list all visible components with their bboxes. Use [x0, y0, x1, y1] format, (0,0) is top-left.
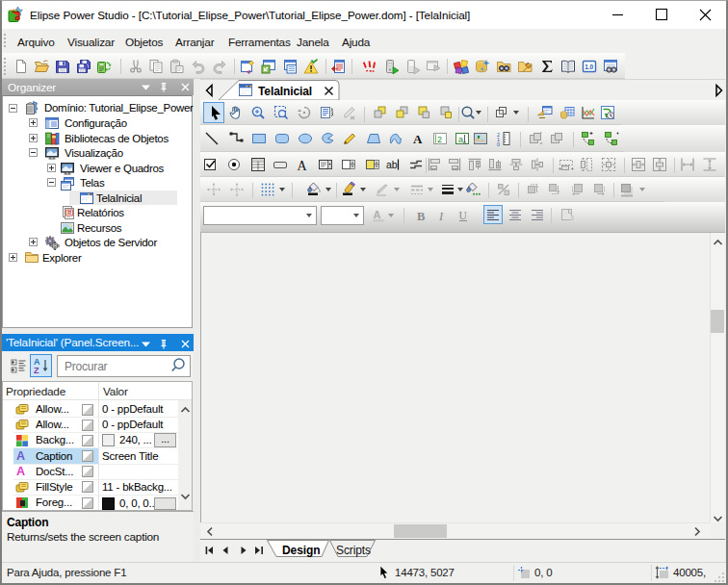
svg-text:a: a [458, 135, 463, 144]
svg-text:B: B [417, 210, 425, 223]
svg-text:Z: Z [34, 366, 39, 375]
svg-text:U: U [459, 210, 468, 221]
svg-text:I: I [438, 210, 444, 223]
svg-text:0: 0 [497, 141, 500, 147]
svg-text:1.0: 1.0 [585, 64, 593, 70]
svg-text:A: A [298, 159, 308, 173]
svg-text:2: 2 [437, 135, 442, 144]
svg-text:R: R [67, 210, 71, 216]
svg-text:A: A [413, 132, 423, 146]
svg-text:ab: ab [386, 159, 398, 170]
svg-text:A: A [374, 209, 381, 220]
